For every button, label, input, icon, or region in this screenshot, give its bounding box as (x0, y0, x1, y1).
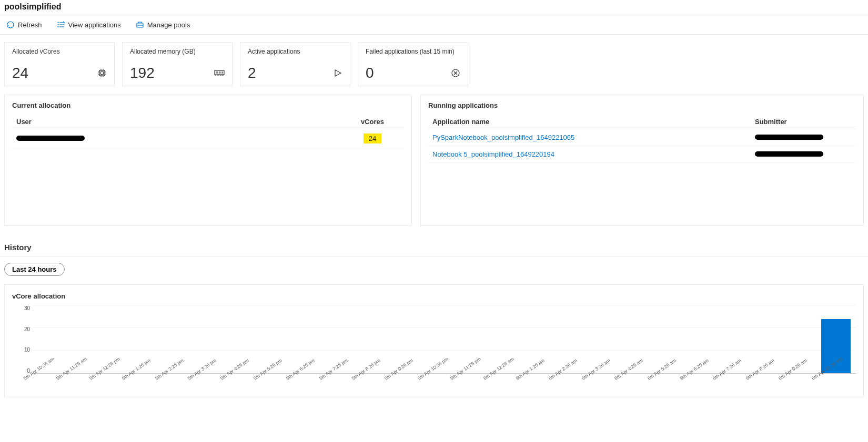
chart-area: 3020100 5th Apr 10:26 am5th Apr 11:26 am… (33, 305, 856, 389)
refresh-icon (6, 20, 15, 29)
history-header: History (0, 234, 868, 256)
card-label: Allocated memory (GB) (130, 48, 225, 55)
card-label: Failed applications (last 15 min) (366, 48, 460, 55)
card-label: Active applications (248, 48, 342, 55)
col-user: User (12, 115, 341, 129)
col-submitter: Submitter (751, 115, 856, 129)
toolbar: Refresh View applications Manage pools (0, 15, 868, 35)
play-icon (333, 68, 342, 78)
time-range-pill[interactable]: Last 24 hours (4, 263, 65, 276)
manage-pools-label: Manage pools (147, 21, 190, 29)
card-value: 24 (12, 65, 28, 81)
x-axis: 5th Apr 10:26 am5th Apr 11:26 am5th Apr … (33, 374, 856, 395)
card-value: 2 (248, 65, 256, 81)
fail-icon (451, 68, 460, 78)
card-allocated-memory: Allocated memory (GB) 192 (122, 42, 233, 87)
panel-title: Running applications (428, 101, 856, 109)
card-value: 192 (130, 65, 155, 81)
cell-submitter (751, 146, 856, 163)
gridline (33, 327, 856, 328)
cpu-icon (97, 68, 107, 78)
svg-point-4 (58, 25, 58, 25)
refresh-label: Refresh (18, 21, 42, 29)
cell-app-name: Notebook 5_poolsimplified_1649220194 (428, 146, 751, 163)
col-vcores: vCores (341, 115, 404, 129)
page-title: poolsimplified (0, 0, 868, 15)
vcores-highlight: 24 (364, 133, 381, 143)
allocation-table: User vCores 24 (12, 115, 404, 148)
y-tick: 10 (17, 347, 30, 353)
svg-rect-9 (101, 72, 104, 75)
running-table: Application name Submitter PySparkNotebo… (428, 115, 856, 163)
application-link[interactable]: PySparkNotebook_poolsimplified_164922106… (432, 133, 574, 141)
cell-vcores: 24 (341, 129, 404, 148)
card-value: 0 (366, 65, 374, 81)
panels: Current allocation User vCores 24 Runnin… (0, 95, 868, 234)
redacted-user (16, 136, 85, 141)
svg-marker-30 (335, 70, 341, 76)
card-failed-applications: Failed applications (last 15 min) 0 (358, 42, 468, 87)
redacted-submitter (755, 151, 823, 157)
y-axis: 3020100 (17, 305, 30, 374)
svg-point-5 (58, 27, 58, 27)
manage-pools-button[interactable]: Manage pools (134, 19, 193, 30)
col-app-name: Application name (428, 115, 751, 129)
card-allocated-vcores: Allocated vCores 24 (4, 42, 115, 87)
divider (0, 256, 868, 256)
current-allocation-panel: Current allocation User vCores 24 (4, 95, 412, 226)
cell-user (12, 129, 341, 148)
redacted-submitter (755, 135, 823, 140)
view-applications-button[interactable]: View applications (55, 19, 123, 30)
gridline (33, 305, 856, 305)
cell-app-name: PySparkNotebook_poolsimplified_164922106… (428, 129, 751, 146)
application-link[interactable]: Notebook 5_poolsimplified_1649220194 (432, 150, 554, 158)
vcore-allocation-chart: vCore allocation 3020100 5th Apr 10:26 a… (4, 284, 864, 397)
pool-icon (136, 20, 144, 29)
refresh-button[interactable]: Refresh (4, 19, 44, 30)
panel-title: Current allocation (12, 101, 404, 109)
svg-rect-8 (99, 70, 105, 76)
cell-submitter (751, 129, 856, 146)
view-applications-label: View applications (68, 21, 121, 29)
summary-cards: Allocated vCores 24 Allocated memory (GB… (0, 35, 868, 95)
gridline (33, 350, 856, 351)
card-label: Allocated vCores (12, 48, 107, 55)
y-tick: 20 (17, 326, 30, 332)
memory-icon (214, 69, 225, 77)
chart-title: vCore allocation (12, 292, 856, 300)
svg-point-3 (58, 23, 58, 23)
running-applications-panel: Running applications Application name Su… (420, 95, 864, 226)
table-row: Notebook 5_poolsimplified_1649220194 (428, 146, 856, 163)
card-active-applications: Active applications 2 (240, 42, 350, 87)
y-tick: 30 (17, 305, 30, 311)
table-row: 24 (12, 129, 404, 148)
list-icon (57, 20, 65, 29)
table-row: PySparkNotebook_poolsimplified_164922106… (428, 129, 856, 146)
